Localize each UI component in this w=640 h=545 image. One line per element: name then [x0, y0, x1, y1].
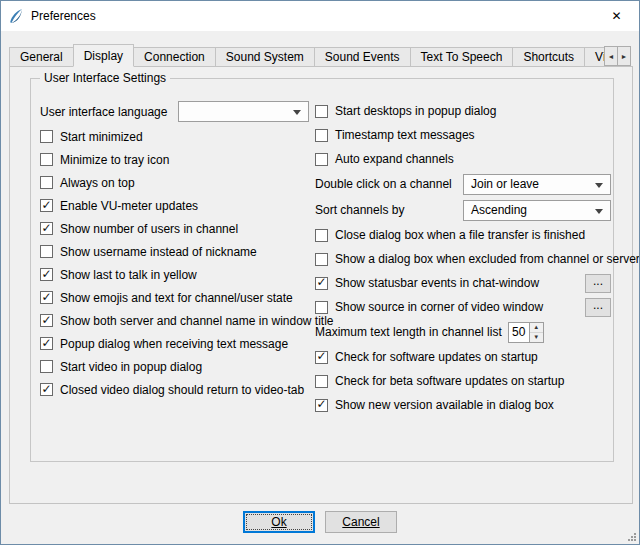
tab-strip: General Display Connection Sound System … — [9, 44, 610, 67]
checkbox-minimize-to-tray[interactable]: Minimize to tray icon — [40, 148, 314, 171]
tab-scroll-left-icon[interactable]: ◄ — [604, 46, 618, 66]
checkbox[interactable] — [40, 153, 53, 166]
checkbox-label: Closed video dialog should return to vid… — [60, 383, 304, 397]
checkbox-label: Always on top — [60, 176, 135, 190]
sort-channels-value: Ascending — [471, 203, 527, 217]
checkbox[interactable] — [315, 375, 328, 388]
check-mark: ✓ — [41, 222, 51, 234]
spin-down-icon[interactable]: ▼ — [530, 333, 543, 342]
group-title: User Interface Settings — [40, 71, 170, 85]
window-title: Preferences — [31, 9, 96, 23]
checkbox-label: Show username instead of nickname — [60, 245, 257, 259]
checkbox[interactable]: ✓ — [315, 277, 328, 290]
checkbox[interactable] — [40, 176, 53, 189]
left-column: User interface language Start minimized … — [40, 99, 314, 401]
checkbox[interactable]: ✓ — [40, 337, 53, 350]
checkbox-label: Popup dialog when receiving text message — [60, 337, 288, 351]
checkbox-excluded-dialog[interactable]: Show a dialog box when excluded from cha… — [315, 247, 611, 271]
checkbox[interactable] — [315, 129, 328, 142]
checkbox[interactable]: ✓ — [40, 199, 53, 212]
checkbox-check-beta-updates[interactable]: Check for beta software updates on start… — [315, 369, 611, 393]
checkbox-label: Enable VU-meter updates — [60, 199, 198, 213]
checkbox-vu-meter-updates[interactable]: ✓ Enable VU-meter updates — [40, 194, 314, 217]
checkbox[interactable] — [315, 153, 328, 166]
tab-sound-system[interactable]: Sound System — [215, 47, 315, 67]
checkbox-label: Check for beta software updates on start… — [335, 374, 564, 388]
checkbox-label: Close dialog box when a file transfer is… — [335, 228, 585, 242]
checkbox-label: Show a dialog box when excluded from cha… — [335, 252, 640, 266]
double-click-select[interactable]: Join or leave — [463, 174, 611, 195]
checkbox-last-to-talk[interactable]: ✓ Show last to talk in yellow — [40, 263, 314, 286]
checkbox[interactable] — [40, 130, 53, 143]
tab-text-to-speech[interactable]: Text To Speech — [410, 47, 514, 67]
checkbox[interactable]: ✓ — [40, 291, 53, 304]
tab-label: Sound System — [226, 50, 304, 64]
checkbox[interactable] — [40, 245, 53, 258]
checkbox-label: Start video in popup dialog — [60, 360, 202, 374]
checkbox[interactable] — [315, 229, 328, 242]
checkbox-label: Timestamp text messages — [335, 128, 475, 142]
checkbox-closed-video-return[interactable]: ✓ Closed video dialog should return to v… — [40, 378, 314, 401]
language-select[interactable] — [178, 101, 309, 122]
checkbox[interactable]: ✓ — [315, 351, 328, 364]
tab-general[interactable]: General — [9, 47, 74, 67]
close-icon[interactable]: ✕ — [594, 1, 639, 30]
checkbox-window-title[interactable]: ✓ Show both server and channel name in w… — [40, 309, 314, 332]
checkbox-close-on-transfer[interactable]: Close dialog box when a file transfer is… — [315, 223, 611, 247]
checkbox-popup-text-message[interactable]: ✓ Popup dialog when receiving text messa… — [40, 332, 314, 355]
check-mark: ✓ — [316, 398, 326, 410]
checkbox-check-updates[interactable]: ✓ Check for software updates on startup — [315, 345, 611, 369]
statusbar-events-options-button[interactable]: ... — [585, 274, 611, 293]
checkbox-desktops-popup[interactable]: Start desktops in popup dialog — [315, 99, 611, 123]
cancel-button[interactable]: Cancel — [325, 511, 397, 533]
checkbox-start-minimized[interactable]: Start minimized — [40, 125, 314, 148]
right-column: Start desktops in popup dialog Timestamp… — [315, 99, 611, 417]
title-bar[interactable]: Preferences ✕ — [1, 1, 639, 31]
tab-scroll: ◄ ► — [604, 46, 631, 66]
checkbox-video-source-corner[interactable]: Show source in corner of video window ..… — [315, 295, 611, 319]
checkbox-new-version-dialog[interactable]: ✓ Show new version available in dialog b… — [315, 393, 611, 417]
tab-label: Display — [84, 49, 123, 63]
checkbox-label: Start desktops in popup dialog — [335, 104, 496, 118]
check-mark: ✓ — [316, 350, 326, 362]
checkbox[interactable]: ✓ — [40, 383, 53, 396]
tab-display[interactable]: Display — [73, 44, 134, 67]
video-source-options-button[interactable]: ... — [585, 298, 611, 317]
spin-up-icon[interactable]: ▲ — [530, 323, 543, 333]
resize-grip-icon[interactable] — [626, 531, 637, 542]
tab-scroll-right-icon[interactable]: ► — [617, 46, 631, 66]
sort-channels-select[interactable]: Ascending — [463, 200, 611, 221]
checkbox-video-popup[interactable]: Start video in popup dialog — [40, 355, 314, 378]
display-tab-page: User Interface Settings User interface l… — [9, 66, 633, 504]
checkbox-emojis-text[interactable]: ✓ Show emojis and text for channel/user … — [40, 286, 314, 309]
checkbox-statusbar-events[interactable]: ✓ Show statusbar events in chat-window .… — [315, 271, 611, 295]
max-text-length-spinner[interactable]: 50 ▲ ▼ — [508, 322, 544, 343]
checkbox[interactable]: ✓ — [40, 268, 53, 281]
check-mark: ✓ — [316, 276, 326, 288]
checkbox[interactable] — [315, 253, 328, 266]
checkbox[interactable]: ✓ — [40, 222, 53, 235]
checkbox-label: Show source in corner of video window — [335, 300, 543, 314]
check-mark: ✓ — [41, 199, 51, 211]
check-mark: ✓ — [41, 383, 51, 395]
checkbox-label: Show emojis and text for channel/user st… — [60, 291, 293, 305]
checkbox[interactable]: ✓ — [40, 314, 53, 327]
tab-sound-events[interactable]: Sound Events — [314, 47, 411, 67]
language-label: User interface language — [40, 105, 167, 119]
tab-label: Shortcuts — [523, 50, 574, 64]
checkbox-show-user-count[interactable]: ✓ Show number of users in channel — [40, 217, 314, 240]
ok-button[interactable]: Ok — [243, 511, 315, 533]
tab-connection[interactable]: Connection — [133, 47, 216, 67]
checkbox-label: Show new version available in dialog box — [335, 398, 554, 412]
check-mark: ✓ — [41, 337, 51, 349]
checkbox-auto-expand-channels[interactable]: Auto expand channels — [315, 147, 611, 171]
checkbox[interactable]: ✓ — [315, 399, 328, 412]
checkbox-always-on-top[interactable]: Always on top — [40, 171, 314, 194]
checkbox-timestamp-messages[interactable]: Timestamp text messages — [315, 123, 611, 147]
tab-shortcuts[interactable]: Shortcuts — [512, 47, 585, 67]
checkbox[interactable] — [315, 301, 328, 314]
checkbox[interactable] — [315, 105, 328, 118]
checkbox-show-username[interactable]: Show username instead of nickname — [40, 240, 314, 263]
checkbox[interactable] — [40, 360, 53, 373]
checkbox-label: Minimize to tray icon — [60, 153, 169, 167]
